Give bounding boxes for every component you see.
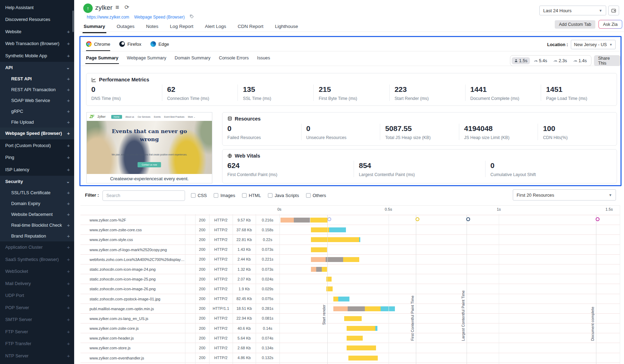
sidebar-item-ftp-transfer[interactable]: FTP Transfer+ bbox=[0, 338, 74, 350]
resource-name[interactable]: www.zylker.com-%2F bbox=[90, 215, 185, 225]
resource-name[interactable]: webfonts.zoho.com-Lora%3A400%2C700%26dis… bbox=[90, 255, 185, 264]
plus-icon[interactable]: + bbox=[67, 281, 70, 286]
resource-name[interactable]: www.zylker.com-zsite-core.css bbox=[90, 225, 185, 234]
table-row[interactable]: www.zylker.com-style.css200HTTP/222.81 K… bbox=[80, 235, 620, 245]
refresh-icon[interactable]: ⟳ bbox=[125, 4, 129, 10]
sidebar-item-ping[interactable]: Ping+ bbox=[0, 152, 74, 164]
sidebar-item-website-defacement[interactable]: Website Defacement+ bbox=[0, 209, 74, 220]
browser-tab-edge[interactable]: Edge bbox=[150, 41, 169, 51]
table-row[interactable]: static.zohocdn.com-icon-image-25.png200H… bbox=[80, 274, 620, 284]
table-row[interactable]: www.zylker.com-zs-lang_en_US.js200HTTP/2… bbox=[80, 314, 620, 323]
plus-icon[interactable]: + bbox=[67, 154, 70, 160]
sidebar-item-website[interactable]: Website+ bbox=[0, 26, 74, 38]
location-select[interactable]: New Jersey - US ▼ bbox=[571, 40, 616, 49]
sidebar-item-webpage-speed-browser[interactable]: Webpage Speed (Browser)+ bbox=[0, 128, 74, 140]
checkbox-java-scripts[interactable]: Java Scripts bbox=[268, 193, 299, 198]
browser-tab-firefox[interactable]: Firefox bbox=[119, 41, 141, 51]
plus-icon[interactable]: + bbox=[67, 119, 70, 125]
ask-zia-button[interactable]: Ask Zia bbox=[598, 20, 622, 29]
monitor-url-link[interactable]: https://www.zylker.com bbox=[87, 15, 129, 20]
sidebar-item-port-custom-protocol[interactable]: Port (Custom Protocol)+ bbox=[0, 139, 74, 152]
plus-icon[interactable]: + bbox=[67, 329, 70, 335]
sidebar-item-grpc[interactable]: gRPC+ bbox=[0, 106, 74, 117]
subtab-issues[interactable]: Issues bbox=[257, 55, 270, 64]
time-range-select[interactable]: Last 24 Hours ▼ bbox=[539, 6, 606, 15]
sidebar-item-ftp-server[interactable]: FTP Server+ bbox=[0, 326, 74, 338]
plus-icon[interactable]: + bbox=[67, 53, 70, 59]
sidebar-item-ssl-tls-certificate[interactable]: SSL/TLS Certificate+ bbox=[0, 187, 74, 198]
plus-icon[interactable]: + bbox=[67, 353, 70, 359]
plus-icon[interactable]: + bbox=[67, 130, 70, 136]
sidebar-item-discovered-resources[interactable]: Discovered Resources bbox=[0, 14, 74, 26]
search-input[interactable] bbox=[102, 190, 185, 201]
plus-icon[interactable]: + bbox=[67, 143, 70, 148]
sidebar-item-brand-reputation[interactable]: Brand Reputation+ bbox=[0, 231, 74, 241]
plus-icon[interactable]: + bbox=[67, 268, 70, 274]
plus-icon[interactable]: + bbox=[67, 76, 70, 82]
tag-icon[interactable] bbox=[190, 14, 194, 20]
page-screenshot-thumbnail[interactable]: ZF Zylker Home About us Our Services Eve… bbox=[86, 112, 212, 183]
checkbox-html[interactable]: HTML bbox=[242, 193, 261, 198]
plus-icon[interactable]: + bbox=[67, 97, 70, 103]
checkbox-others[interactable]: Others bbox=[306, 193, 326, 198]
resource-name[interactable]: publ.maillist-manage.com-optin.min.js bbox=[90, 304, 185, 313]
table-row[interactable]: www.zylker.com-zsite-core.css200HTTP/237… bbox=[80, 225, 620, 235]
resource-name[interactable]: static.zohocdn.com-zpstock-image-01.jpg bbox=[90, 294, 185, 304]
plus-icon[interactable]: + bbox=[67, 244, 70, 250]
sidebar-item-ntp-server[interactable]: NTP Server+ bbox=[0, 350, 74, 362]
sidebar-item-api[interactable]: API⌄ bbox=[0, 62, 74, 73]
plus-icon[interactable]: + bbox=[67, 256, 70, 262]
speed-badge-user[interactable]: 1.5s bbox=[512, 57, 530, 64]
sidebar-item-help-assistant[interactable]: Help Assistant bbox=[0, 1, 74, 14]
plus-icon[interactable]: + bbox=[67, 167, 70, 173]
plus-icon[interactable]: + bbox=[67, 201, 70, 206]
monitor-type-link[interactable]: Webpage Speed (Browser) bbox=[134, 15, 185, 20]
sidebar-item-real-time-blocklist-check[interactable]: Real-time Blocklist Check+ bbox=[0, 220, 74, 231]
open-in-window-button[interactable] bbox=[608, 6, 619, 15]
table-row[interactable]: www.zylker.com-store.js200HTTP/22.68 Kb0… bbox=[80, 343, 620, 353]
sidebar-item-file-upload[interactable]: File Upload+ bbox=[0, 117, 74, 128]
hamburger-menu-icon[interactable]: ≡ bbox=[115, 4, 119, 11]
sidebar-item-mail-delivery[interactable]: Mail Delivery+ bbox=[0, 277, 74, 290]
plus-icon[interactable]: + bbox=[67, 190, 70, 196]
table-row[interactable]: static.zohocdn.com-icon-image-26.png200H… bbox=[80, 284, 620, 294]
resource-name[interactable]: www.zylker.com-zsite-core.js bbox=[90, 323, 185, 333]
resource-name[interactable]: www.zylker.com-eventhandler.js bbox=[90, 353, 185, 363]
subtab-console-errors[interactable]: Console Errors bbox=[219, 55, 249, 64]
resource-name[interactable]: static.zohocdn.com-icon-image-24.png bbox=[90, 264, 185, 274]
plus-icon[interactable]: + bbox=[67, 292, 70, 298]
sidebar-item-isp-latency[interactable]: ISP Latency+ bbox=[0, 163, 74, 176]
speed-badge-2[interactable]: 2.3s bbox=[551, 57, 569, 64]
browser-tab-chrome[interactable]: Chrome bbox=[86, 41, 110, 51]
sidebar-item-rest-api[interactable]: REST API+ bbox=[0, 73, 74, 84]
table-row[interactable]: www.zylker.com-eventhandler.js200HTTP/24… bbox=[80, 353, 620, 363]
add-custom-tab-button[interactable]: Add Custom Tab bbox=[555, 20, 595, 29]
plus-icon[interactable]: + bbox=[67, 41, 70, 46]
sidebar-item-domain-expiry[interactable]: Domain Expiry+ bbox=[0, 198, 74, 209]
sidebar-item-synthetic-mobile-app[interactable]: Synthetic Mobile App+ bbox=[0, 50, 74, 62]
sidebar-item-security[interactable]: Security⌄ bbox=[0, 176, 74, 187]
resource-name[interactable]: www.zylker.com-header.js bbox=[90, 333, 185, 343]
sidebar-item-saas-synthetics-browser[interactable]: SaaS Synthetics (Browser)+ bbox=[0, 253, 74, 265]
subtab-page-summary[interactable]: Page Summary bbox=[86, 55, 118, 64]
subtab-domain-summary[interactable]: Domain Summary bbox=[175, 55, 210, 64]
plus-icon[interactable]: + bbox=[67, 222, 70, 228]
checkbox-images[interactable]: Images bbox=[214, 193, 235, 198]
resource-count-select[interactable]: First 20 Resources ▼ bbox=[513, 189, 616, 201]
resource-name[interactable]: www.zylker.com-zs-lang_en_US.js bbox=[90, 314, 185, 323]
resource-name[interactable]: www.zylker.com-store.js bbox=[90, 343, 185, 352]
table-row[interactable]: www.zylker.com-%2F200HTTP/29.57 Kb0.216s bbox=[80, 215, 620, 225]
plus-icon[interactable]: + bbox=[67, 87, 70, 93]
plus-icon[interactable]: + bbox=[67, 233, 70, 239]
sidebar-item-web-transaction-browser[interactable]: Web Transaction (Browser)+ bbox=[0, 38, 74, 50]
resource-name[interactable]: static.zohocdn.com-icon-image-26.png bbox=[90, 284, 185, 293]
share-this-button[interactable]: Share This bbox=[594, 55, 621, 66]
sidebar-item-udp-port[interactable]: UDP Port+ bbox=[0, 290, 74, 302]
table-row[interactable]: webfonts.zoho.com-Lora%3A400%2C700%26dis… bbox=[80, 255, 620, 264]
plus-icon[interactable]: + bbox=[67, 211, 70, 217]
subtab-webpage-summary[interactable]: Webpage Summary bbox=[127, 55, 166, 64]
speed-badge-3[interactable]: 1.4s bbox=[571, 57, 589, 64]
sidebar-item-soap-web-service[interactable]: SOAP Web Service+ bbox=[0, 95, 74, 106]
table-row[interactable]: www.zylker.com-zf-logo-mark%2520copy.png… bbox=[80, 245, 620, 255]
plus-icon[interactable]: + bbox=[67, 108, 70, 114]
